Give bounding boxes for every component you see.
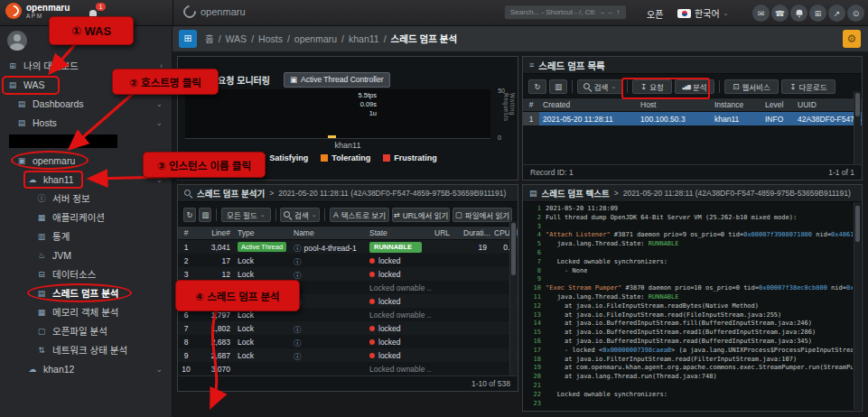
analyzer-row[interactable]: 92,687Lockⓘlocked [178, 348, 518, 362]
field-filter-dropdown[interactable]: 모든 필드 ⌄ [221, 208, 271, 222]
refresh-button[interactable]: ↻ [528, 79, 546, 94]
column-header[interactable]: # [523, 100, 539, 109]
analyzer-row[interactable]: 82,683Lockⓘlocked [178, 335, 518, 348]
sidebar-item-datasource[interactable]: ⊟데이터소스 [0, 264, 172, 283]
sidebar-item-network-status[interactable]: ⇅네트워크 상태 분석 [0, 340, 172, 359]
info-icon[interactable]: ⓘ [294, 338, 302, 348]
type-cell: Active Thread [234, 242, 290, 252]
global-search-input[interactable] [504, 5, 627, 20]
search-button[interactable]: 검색 ⌄ [280, 208, 320, 222]
info-icon[interactable]: ⓘ [294, 271, 302, 280]
annotation-callout-3: ③ 인스턴스 이름 클릭 [143, 152, 266, 178]
dump-list-row[interactable]: 1 2021-05-20 11:28:11 100.100.50.3 khan1… [523, 112, 862, 125]
column-header[interactable]: Created [539, 100, 637, 109]
code-line-number: 22 [525, 391, 541, 400]
scrollbar[interactable] [854, 91, 861, 164]
legend-label: Satisfying [269, 153, 308, 162]
dump-text-header: ▤ 스레드 덤프 텍스트 > 2021-05-20 11:28:11 (42A3… [523, 185, 862, 202]
column-header[interactable]: Type [234, 228, 290, 237]
app-window: openmaru APM 1 openmaru 오픈 한국어 ⌄ ✉ ☎ ⊞ ↗… [0, 0, 868, 417]
column-header[interactable]: Level [761, 100, 794, 109]
info-icon[interactable]: ⓘ [294, 352, 302, 361]
phone-button[interactable]: ☎ [771, 5, 789, 22]
breadcrumb-segment[interactable]: khan11 [349, 33, 379, 44]
settings-gear-button[interactable]: ⚙ [843, 30, 861, 48]
analyzer-row[interactable]: 13,041Active Threadⓘpool-4-thread-1RUNNA… [178, 240, 518, 254]
code-line-number: 23 [525, 400, 541, 409]
sidebar-item-thread-dump[interactable]: ▤스레드 덤프 분석 [0, 283, 172, 302]
columns-button[interactable]: ▥ [549, 79, 567, 94]
column-header[interactable]: State [366, 228, 431, 237]
scrollbar-thumb[interactable] [855, 206, 860, 242]
analyzer-row[interactable]: 312Lockⓘlocked [178, 267, 518, 281]
atc-label: Active Thread Controller [301, 75, 384, 84]
column-header[interactable]: Instance [711, 100, 761, 109]
breadcrumb-segment[interactable]: WAS [226, 33, 247, 44]
sidebar-item-jvm[interactable]: ♨JVM [0, 246, 172, 264]
columns-button[interactable]: ▥ [199, 208, 211, 222]
breadcrumb-segment[interactable]: openmaru [294, 33, 337, 44]
open-label[interactable]: 오픈 [647, 7, 663, 21]
message-button[interactable]: ✉ [752, 5, 770, 22]
apps-button[interactable]: ⊞ [809, 5, 826, 22]
breadcrumb-segment[interactable]: Hosts [258, 33, 283, 44]
code-line-number: 16 [525, 338, 541, 347]
language-selector[interactable]: 한국어 ⌄ [677, 6, 728, 20]
column-header[interactable]: URL [431, 228, 460, 237]
analyzer-row[interactable]: 217Lockⓘlocked [178, 254, 518, 267]
code-line-text: java.lang.Thread.State: RUNNABLE [546, 240, 679, 249]
info-icon[interactable]: ⓘ [294, 325, 302, 334]
request-button[interactable]: ↧ 요청 [632, 79, 672, 94]
column-header[interactable]: UUID [794, 100, 862, 109]
refresh-button[interactable]: ↻ [183, 208, 196, 222]
code-line-text: 2021-05-20 11:28:09 [546, 205, 618, 214]
download-button[interactable]: ↧ 다운로드 [781, 79, 835, 94]
sidebar-item-application[interactable]: ▦애플리케이션 [0, 208, 172, 227]
state-label: locked [378, 256, 401, 265]
name-cell: ⓘpool-4-thread-1 [290, 242, 366, 253]
read-from-url-button[interactable]: ⇄ URL에서 읽기 [392, 208, 450, 222]
scrollbar[interactable] [854, 202, 861, 410]
type-cell: Lock [234, 351, 290, 360]
analyze-label: 분석 [693, 81, 707, 92]
sidebar-item-label: khan12 [43, 364, 74, 375]
share-button[interactable]: ↗ [828, 5, 845, 22]
sidebar-item-open-file[interactable]: ▢오픈파일 분석 [0, 321, 172, 340]
openmaru-brand[interactable]: openmaru [183, 5, 246, 18]
info-icon[interactable]: ⓘ [294, 257, 302, 266]
scrollbar-thumb[interactable] [511, 223, 516, 275]
webservice-button[interactable]: ⊡ 웹서비스 [724, 79, 779, 94]
sidebar-item-hosts[interactable]: ▤Hosts⌄ [0, 113, 172, 132]
active-thread-controller-button[interactable]: ▣ Active Thread Controller [284, 72, 390, 88]
code-line: 9 [525, 275, 853, 284]
analyze-button[interactable]: ▃▅▇ 분석 [675, 79, 714, 94]
openmaru-brand-icon [181, 3, 199, 21]
state-cell: Locked ownable ... [366, 283, 431, 292]
search-button[interactable]: 검색 ⌄ [577, 79, 622, 94]
row-index: 10 [178, 365, 194, 374]
column-header[interactable]: Line# [194, 228, 234, 237]
metric-values: 5.5tps 0.09s 1u [359, 91, 377, 117]
scrollbar[interactable] [509, 221, 517, 375]
power-button[interactable]: ⊙ [847, 5, 864, 22]
analyzer-row[interactable]: 71,802Lockⓘlocked [178, 321, 518, 335]
code-line: 10"Exec Stream Pumper" #3870 daemon prio… [525, 284, 853, 293]
sidebar-item-dashboards[interactable]: ▤Dashboards⌄ [0, 94, 172, 113]
sidebar-item-statistics[interactable]: ▥통계 [0, 227, 172, 246]
view-as-text-button[interactable]: A 텍스트로 보기 [330, 208, 389, 222]
scrollbar-thumb[interactable] [855, 93, 860, 116]
info-icon[interactable]: ⓘ [294, 244, 302, 253]
sidebar-item-server-info[interactable]: ⓘ서버 정보 [0, 189, 172, 208]
column-header[interactable]: # [178, 228, 194, 237]
breadcrumb-separator: / [341, 33, 344, 44]
column-header[interactable]: Durati... [460, 228, 490, 237]
column-header[interactable]: Name [290, 228, 366, 237]
breadcrumb-segment[interactable]: 홈 [205, 32, 214, 45]
sidebar-item-memory-object[interactable]: ▦메모리 객체 분석 [0, 302, 172, 321]
analyzer-row[interactable]: 103,070Locked ownable ... [178, 362, 518, 375]
read-from-file-button[interactable]: ▢ 파일에서 읽기 [453, 208, 512, 222]
sidebar-item-khan12[interactable]: ☁khan12⌄ [0, 359, 172, 378]
code-line: 21 [525, 382, 853, 391]
alerts-button[interactable] [790, 5, 807, 22]
column-header[interactable]: Host [637, 100, 711, 109]
